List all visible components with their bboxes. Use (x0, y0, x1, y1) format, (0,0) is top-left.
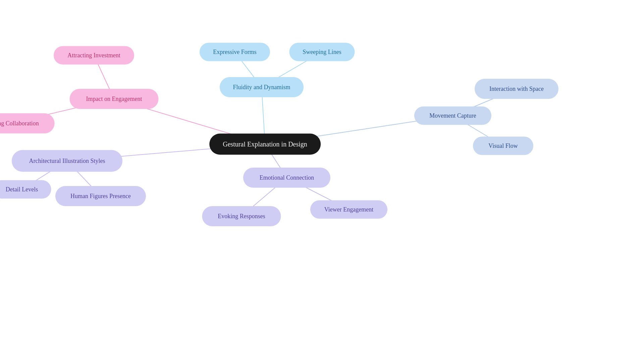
impact-engagement-node[interactable]: Impact on Engagement (70, 89, 159, 109)
evoking-responses-node[interactable]: Evoking Responses (202, 206, 281, 226)
evoking-responses-label: Evoking Responses (218, 213, 265, 220)
expressive-forms-node[interactable]: Expressive Forms (200, 43, 270, 61)
visual-flow-node[interactable]: Visual Flow (473, 137, 533, 155)
interaction-space-label: Interaction with Space (489, 85, 544, 93)
fostering-collaboration-label: Fostering Collaboration (0, 120, 39, 127)
human-figures-node[interactable]: Human Figures Presence (55, 186, 146, 206)
viewer-engagement-node[interactable]: Viewer Engagement (310, 200, 387, 219)
fostering-collaboration-node[interactable]: Fostering Collaboration (0, 113, 55, 133)
sweeping-lines-label: Sweeping Lines (303, 49, 341, 56)
fluidity-dynamism-node[interactable]: Fluidity and Dynamism (220, 77, 304, 97)
movement-capture-label: Movement Capture (429, 112, 476, 119)
attracting-investment-node[interactable]: Attracting Investment (54, 46, 134, 65)
architectural-illustration-label: Architectural Illustration Styles (29, 158, 105, 165)
fluidity-dynamism-label: Fluidity and Dynamism (233, 84, 290, 91)
emotional-connection-label: Emotional Connection (260, 174, 314, 181)
center-node[interactable]: Gestural Explanation in Design (209, 134, 321, 155)
viewer-engagement-label: Viewer Engagement (324, 206, 373, 213)
detail-levels-node[interactable]: Detail Levels (0, 180, 51, 199)
expressive-forms-label: Expressive Forms (213, 49, 257, 56)
attracting-investment-label: Attracting Investment (67, 52, 120, 59)
emotional-connection-node[interactable]: Emotional Connection (243, 168, 330, 188)
sweeping-lines-node[interactable]: Sweeping Lines (289, 43, 355, 61)
visual-flow-label: Visual Flow (488, 142, 518, 149)
detail-levels-label: Detail Levels (6, 186, 38, 193)
mind-map: Gestural Explanation in Design Expressiv… (0, 0, 644, 363)
movement-capture-node[interactable]: Movement Capture (414, 107, 491, 125)
interaction-space-node[interactable]: Interaction with Space (475, 79, 558, 99)
impact-engagement-label: Impact on Engagement (86, 96, 142, 103)
human-figures-label: Human Figures Presence (70, 193, 131, 200)
center-label: Gestural Explanation in Design (223, 140, 307, 148)
architectural-illustration-node[interactable]: Architectural Illustration Styles (12, 150, 122, 172)
